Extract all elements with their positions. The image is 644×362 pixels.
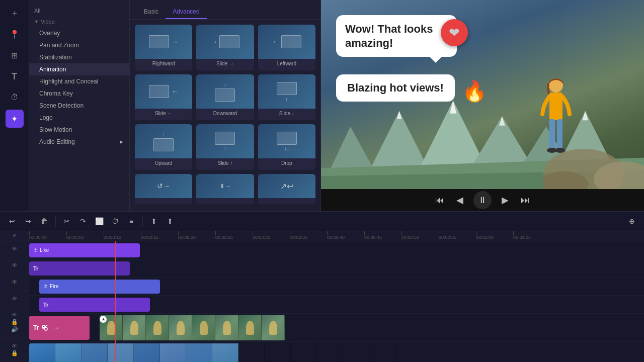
timeline-tracks: ⏱ Like Tr ⏱ Fire Tr — [29, 241, 644, 362]
tab-basic[interactable]: Basic — [137, 5, 166, 19]
undo-button[interactable]: ↩ — [5, 214, 19, 228]
film-frame — [123, 315, 146, 340]
ruler-tick-15: 00:00:15 — [141, 231, 158, 241]
film-frame — [215, 315, 238, 340]
chevron-down-icon: ▼ — [34, 19, 39, 24]
track-chip-like[interactable]: ⏱ Like — [29, 243, 140, 257]
scissors-icon — [41, 324, 49, 332]
panel-item-logo[interactable]: Logo — [29, 112, 129, 124]
track-chip-fire[interactable]: ⏱ Fire — [39, 280, 160, 294]
effect-label-slide-left: Slide ← — [135, 109, 192, 118]
share-button[interactable]: ⬆ — [163, 214, 177, 228]
pause-button[interactable]: ⏸ — [473, 191, 492, 209]
effect-rightward[interactable]: → Rightward — [135, 25, 192, 70]
track-eye-icon-3[interactable]: 👁 — [12, 279, 18, 286]
cut-button[interactable]: ✂ — [60, 214, 74, 228]
skip-to-start-button[interactable]: ⏮ — [433, 193, 446, 208]
track-eye-icon-6[interactable]: 👁 — [12, 343, 17, 349]
timeline-area: ⊕ 👁 👁 👁 👁 👁 🔒 🔊 👁 🔒 — [0, 231, 644, 362]
panel-item-highlight-conceal[interactable]: Highlight and Conceal — [29, 75, 129, 87]
track-eye-icon-4[interactable]: 👁 — [12, 295, 18, 302]
timeline-playhead[interactable] — [115, 241, 116, 362]
effect-upward[interactable]: ↑ Upward — [135, 124, 192, 170]
ruler-tick-25: 00:00:25 — [215, 231, 233, 241]
effect-leftward[interactable]: ← Leftward — [258, 25, 315, 70]
skip-to-end-button[interactable]: ⏭ — [519, 193, 532, 208]
panel-item-overlay[interactable]: Overlay — [29, 27, 129, 39]
panel-item-chroma-key[interactable]: Chroma Key — [29, 87, 129, 100]
prev-frame-button[interactable]: ◀ — [454, 193, 465, 208]
effect-downward[interactable]: ↓ Downward — [196, 74, 254, 120]
bottom-toolbar: ↩ ↪ 🗑 ✂ ↷ ⬜ ⏱ ≡ ⬆ ⬆ ⊕ — [0, 211, 644, 231]
ruler-tick-55: 00:00:55 — [439, 231, 456, 241]
sidebar-icon-pin[interactable]: 📍 — [6, 25, 24, 43]
panel-section-video[interactable]: ▼ Video — [29, 16, 129, 27]
track-vol-icon-5[interactable]: 🔊 — [11, 326, 18, 333]
speech-bubble-2: Blazing hot views! — [336, 74, 455, 102]
effect-slide-left[interactable]: ← Slide ← — [135, 74, 192, 120]
panel-item-animation[interactable]: Animation — [29, 63, 129, 75]
main-film-frame — [265, 343, 291, 362]
export-button[interactable]: ⬆ — [147, 214, 161, 228]
film-frame — [146, 315, 169, 340]
track-lock-icon-6[interactable]: 🔒 — [11, 350, 18, 356]
video-filmstrip-1[interactable] — [100, 315, 287, 340]
panel-item-audio-editing[interactable]: Audio Editing ▶ — [29, 136, 129, 148]
track-chip-pink-text[interactable]: Tr → — [29, 316, 90, 340]
toolbar-separator-1 — [55, 216, 56, 227]
panel-section-all[interactable]: All — [29, 5, 129, 16]
track-ctrl-row-3: 👁 — [0, 274, 29, 291]
track-eye-icon-2[interactable]: 👁 — [12, 262, 18, 269]
star-indicator: ★ — [100, 316, 107, 323]
track-ctrl-row-1: 👁 — [0, 240, 29, 257]
timeline-settings-button[interactable]: ⊕ — [625, 214, 639, 228]
sidebar-icon-effects[interactable]: ✦ — [6, 110, 24, 128]
sidebar-icon-add[interactable]: ＋ — [6, 4, 24, 22]
track-ctrl-row-2: 👁 — [0, 257, 29, 274]
effect-label-slide-right: Slide → — [196, 59, 254, 68]
align-button[interactable]: ≡ — [124, 214, 138, 228]
track-row-like: ⏱ Like — [29, 241, 644, 259]
redo-button[interactable]: ↪ — [21, 214, 35, 228]
ruler-tick-60: 00:01:00 — [476, 231, 494, 241]
effects-grid: → Rightward → Slide → ← Leftward — [130, 20, 320, 211]
panel-item-stabilization[interactable]: Stabilization — [29, 51, 129, 63]
panel-item-slow-motion[interactable]: Slow Motion — [29, 124, 129, 136]
effect-freeze[interactable]: ⏸→ — [196, 174, 254, 204]
ruler-tick-40: 00:00:40 — [327, 231, 345, 241]
sidebar-icon-layers[interactable]: ⊞ — [6, 46, 24, 64]
track-eye-icon-5[interactable]: 👁 — [12, 312, 17, 318]
track-eye-icon-1[interactable]: 👁 — [12, 245, 18, 252]
crop-button[interactable]: ⬜ — [92, 214, 106, 228]
effect-curve[interactable]: ↗↩ — [258, 174, 315, 204]
delete-button[interactable]: 🗑 — [37, 214, 51, 228]
effect-slide-up[interactable]: ↑ Slide ↑ — [196, 124, 254, 170]
effect-slide-right[interactable]: → Slide → — [196, 25, 254, 70]
main-filmstrip[interactable] — [29, 343, 401, 362]
play-button[interactable]: ▶ — [500, 193, 511, 208]
sidebar-icon-clock[interactable]: ⏱ — [6, 88, 24, 107]
effects-area: Basic Advanced → Rightward → Slide → — [130, 0, 321, 211]
tab-advanced[interactable]: Advanced — [166, 5, 206, 19]
main-film-frame — [186, 343, 212, 362]
effect-spin[interactable]: ↺→ — [135, 174, 192, 204]
film-frame — [238, 315, 262, 340]
effect-label-slide-up: Slide ↑ — [196, 158, 254, 168]
track-chip-tr2[interactable]: Tr — [39, 298, 150, 312]
main-film-frame — [317, 343, 343, 362]
rocks-svg — [543, 129, 644, 189]
sidebar-icon-text[interactable]: T — [6, 67, 24, 85]
timer-button[interactable]: ⏱ — [108, 214, 122, 228]
speech-bubble-1: Wow! That looks amazing! — [336, 15, 457, 57]
panel-item-pan-zoom[interactable]: Pan and Zoom — [29, 39, 129, 51]
track-lock-icon-5[interactable]: 🔒 — [11, 319, 18, 325]
track-ctrl-row-5: 👁 🔒 🔊 — [0, 307, 29, 338]
rotate-button[interactable]: ↷ — [76, 214, 90, 228]
heart-badge: ❤ — [441, 19, 468, 46]
track-ctrl-row-4: 👁 — [0, 291, 29, 307]
effect-drop[interactable]: ↓↓ Drop — [258, 124, 315, 170]
main-film-frame — [55, 343, 82, 362]
panel-item-scene-detection[interactable]: Scene Detection — [29, 100, 129, 112]
track-row-tr2: Tr — [29, 296, 644, 314]
effect-slide-down[interactable]: ↓ Slide ↓ — [258, 74, 315, 120]
